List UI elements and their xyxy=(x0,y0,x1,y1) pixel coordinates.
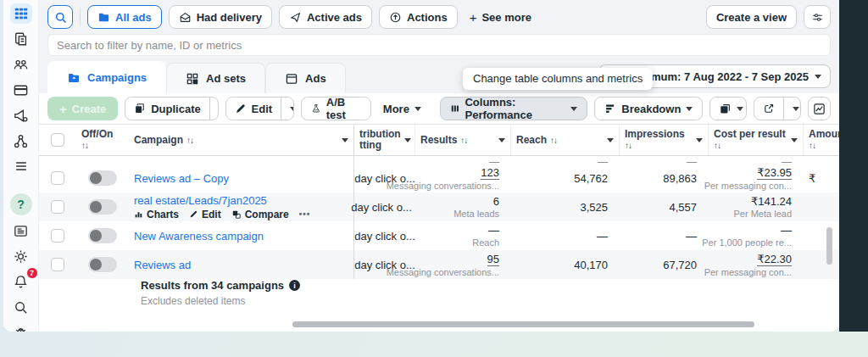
results-cell: 6 Meta leads xyxy=(415,192,511,221)
amount-cell xyxy=(804,221,839,250)
report-bug-icon[interactable] xyxy=(10,322,32,332)
results-summary: Results from 34 campaigns xyxy=(141,279,284,292)
reach-cell: — xyxy=(511,221,620,250)
header-impressions[interactable]: Impressions↑↓ xyxy=(620,125,709,155)
level-tabs: Campaigns Ad sets Ads xyxy=(47,61,346,93)
table-row: New Awareness campaign day click o... — … xyxy=(39,221,839,250)
select-all-checkbox[interactable] xyxy=(51,133,64,147)
actions-icon xyxy=(389,11,402,24)
table-row: Reviews ad day click o... 95 Messaging c… xyxy=(39,250,839,279)
see-more-button[interactable]: + See more xyxy=(465,10,537,25)
view-settings-icon[interactable] xyxy=(804,5,831,29)
filter-actions[interactable]: Actions xyxy=(379,5,458,29)
info-icon[interactable]: i xyxy=(289,280,300,291)
filter-toolbar: All ads Had delivery Active ads Actions … xyxy=(39,0,839,34)
amount-cell: ₹ xyxy=(804,164,839,192)
duplicate-split-button: Duplicate xyxy=(125,97,218,120)
edit-options-button[interactable] xyxy=(281,98,294,120)
row-checkbox[interactable] xyxy=(51,258,64,271)
table-row: Reviews ad – Copy day click o... 123 Mes… xyxy=(39,164,839,192)
ab-test-button[interactable]: A/B test xyxy=(301,97,371,120)
create-view-button[interactable]: Create a view xyxy=(706,5,797,29)
pill-label: Active ads xyxy=(307,11,362,24)
amount-cell xyxy=(804,192,839,221)
reach-cell: 3,525 xyxy=(511,192,620,221)
create-button[interactable]: + Create xyxy=(47,97,118,120)
header-results[interactable]: Results ↑↓ xyxy=(415,125,511,155)
pill-label: All ads xyxy=(115,11,152,24)
trend-chart-icon xyxy=(813,103,826,115)
campaign-link[interactable]: real estate/Leads/7jan2025 xyxy=(134,194,348,207)
filter-active-ads[interactable]: Active ads xyxy=(279,5,372,29)
columns-button[interactable]: Columns: Performance xyxy=(440,97,587,120)
campaign-tools-icon[interactable] xyxy=(10,105,32,126)
filter-had-delivery[interactable]: Had delivery xyxy=(169,5,272,29)
charts-panel-button[interactable] xyxy=(808,97,831,120)
billing-icon[interactable] xyxy=(10,80,32,100)
header-reach[interactable]: Reach ↑↓ xyxy=(511,125,620,155)
export-options-button[interactable] xyxy=(783,98,801,120)
horizontal-scrollbar[interactable] xyxy=(292,321,754,327)
ad-sets-icon xyxy=(186,72,199,86)
duplicate-options-button[interactable] xyxy=(209,98,219,120)
plus-icon: + xyxy=(470,10,477,25)
chevron-down-icon xyxy=(498,138,505,142)
row-charts-button[interactable]: Charts xyxy=(134,209,179,220)
assets-icon[interactable] xyxy=(10,131,32,151)
ads-manager-icon[interactable] xyxy=(10,3,32,24)
edit-button[interactable]: Edit xyxy=(226,98,281,120)
breakdown-button[interactable]: Breakdown xyxy=(594,97,703,120)
left-nav-sidebar: ? 7 xyxy=(3,0,39,332)
tab-campaigns[interactable]: Campaigns xyxy=(47,61,166,93)
menu-icon[interactable] xyxy=(10,156,32,176)
search-button[interactable] xyxy=(47,5,73,29)
tab-ad-sets[interactable]: Ad sets xyxy=(166,63,265,93)
results-cell: 95 Messaging conversations... xyxy=(415,250,511,279)
news-icon[interactable] xyxy=(10,220,32,241)
help-icon[interactable]: ? xyxy=(10,193,32,215)
reports-button[interactable] xyxy=(710,98,747,120)
notifications-icon[interactable]: 7 xyxy=(10,271,32,292)
row-compare-button[interactable]: Compare xyxy=(231,209,289,220)
settings-icon[interactable] xyxy=(10,246,32,266)
audiences-icon[interactable] xyxy=(10,54,32,75)
ads-icon xyxy=(285,72,298,86)
campaign-link[interactable]: New Awareness campaign xyxy=(134,230,348,243)
campaign-toggle[interactable] xyxy=(88,228,117,243)
campaign-toggle[interactable] xyxy=(88,170,117,186)
row-checkbox[interactable] xyxy=(51,171,64,185)
partial-row: — — — — xyxy=(39,156,839,164)
row-edit-button[interactable]: Edit xyxy=(189,209,221,220)
campaign-link[interactable]: Reviews ad xyxy=(134,259,348,271)
export-button[interactable] xyxy=(754,98,783,120)
vertical-scrollbar[interactable] xyxy=(826,227,832,265)
filter-search xyxy=(47,34,831,56)
chevron-down-icon xyxy=(737,107,743,111)
export-icon xyxy=(763,103,775,114)
folder-icon xyxy=(67,71,81,85)
cost-cell: ₹141.24 Per Meta lead xyxy=(709,192,804,221)
header-off-on[interactable]: Off/On↑↓ xyxy=(76,125,129,155)
folder-icon xyxy=(97,11,110,24)
tab-ads[interactable]: Ads xyxy=(265,63,346,93)
header-campaign[interactable]: Campaign ↑↓ xyxy=(129,125,353,155)
campaign-link[interactable]: Reviews ad – Copy xyxy=(134,172,348,185)
filter-all-ads[interactable]: All ads xyxy=(87,5,162,29)
pages-icon[interactable] xyxy=(10,29,32,49)
attribution-cell: day click o... xyxy=(353,192,415,221)
header-cost-per-result[interactable]: Cost per result↑↓ xyxy=(709,125,804,155)
filter-search-input[interactable] xyxy=(47,34,831,56)
impressions-cell: — xyxy=(620,221,709,250)
cost-cell: — Per 1,000 people re... xyxy=(709,221,804,250)
campaign-toggle[interactable] xyxy=(88,199,117,215)
search-sidebar-icon[interactable] xyxy=(10,297,32,317)
more-button[interactable]: More xyxy=(378,103,426,115)
row-checkbox[interactable] xyxy=(51,200,64,214)
row-more-button[interactable]: ••• xyxy=(299,209,311,219)
right-dark-panel xyxy=(839,0,868,332)
header-amount[interactable]: Amount↑↓ xyxy=(804,125,839,155)
duplicate-button[interactable]: Duplicate xyxy=(125,98,209,120)
header-attribution[interactable]: tributiontting xyxy=(353,125,415,155)
campaign-toggle[interactable] xyxy=(88,257,117,272)
row-checkbox[interactable] xyxy=(51,229,64,243)
